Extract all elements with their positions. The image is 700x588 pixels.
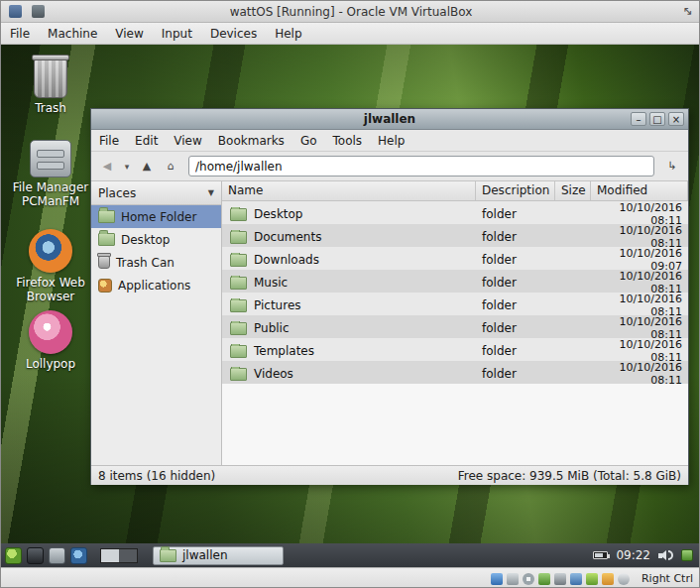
desktop-icon-lollypop[interactable]: Lollypop	[11, 310, 90, 372]
menu-help[interactable]: Help	[370, 130, 412, 152]
file-name: Music	[254, 276, 288, 290]
vm-usb-icon[interactable]	[554, 573, 566, 585]
vm-video-capture-icon[interactable]	[586, 573, 598, 585]
file-name: Templates	[254, 344, 314, 358]
table-row[interactable]: Public folder 10/10/2016 08:11	[222, 315, 688, 338]
file-description: folder	[476, 367, 555, 381]
vbox-window-icon	[32, 5, 45, 18]
close-button[interactable]: ×	[668, 112, 684, 126]
vm-network-icon[interactable]	[538, 573, 550, 585]
app-menu-icon[interactable]	[5, 547, 22, 564]
jump-to-icon[interactable]: ↳	[661, 156, 683, 177]
folder-icon	[230, 368, 247, 381]
menu-file[interactable]: File	[91, 130, 127, 152]
vm-shared-folders-icon[interactable]	[570, 573, 582, 585]
file-description: folder	[476, 298, 555, 312]
column-header-modified[interactable]: Modified	[591, 181, 688, 200]
vbox-menu-input[interactable]: Input	[153, 23, 201, 45]
clock[interactable]: 09:22	[616, 548, 650, 562]
table-row[interactable]: Downloads folder 10/10/2016 09:07	[222, 247, 688, 270]
battery-icon[interactable]	[593, 551, 608, 559]
file-manager-launcher-icon[interactable]	[49, 547, 65, 564]
vm-cd-icon[interactable]	[523, 573, 534, 585]
table-row[interactable]: Videos folder 10/10/2016 08:11	[222, 361, 688, 384]
minimize-button[interactable]: –	[631, 112, 646, 126]
table-row[interactable]: Templates folder 10/10/2016 08:11	[222, 338, 688, 361]
table-row[interactable]: Desktop folder 10/10/2016 08:11	[222, 201, 688, 224]
vbox-menu-devices[interactable]: Devices	[201, 23, 266, 45]
folder-icon	[230, 231, 247, 244]
places-combo-label: Places	[98, 186, 136, 200]
window-body: Places ▼ Home Folder Desktop Trash Can	[91, 181, 688, 465]
path-input[interactable]	[188, 156, 654, 176]
menu-tools[interactable]: Tools	[325, 130, 371, 152]
lollypop-icon	[29, 310, 72, 354]
maximize-button[interactable]: □	[649, 112, 665, 126]
window-toolbar: ◀ ▾ ▲ ⌂ ↳	[91, 152, 688, 181]
window-titlebar[interactable]: jlwallen – □ ×	[91, 109, 688, 130]
window-title: jlwallen	[364, 112, 415, 126]
column-header-size[interactable]: Size	[555, 181, 591, 200]
taskbar: jlwallen 09:22	[1, 543, 700, 567]
trash-icon	[34, 59, 67, 98]
folder-icon	[230, 277, 247, 290]
file-description: folder	[476, 276, 555, 290]
sidebar-item-label: Desktop	[121, 233, 171, 247]
desktop-icon-file-manager[interactable]: File Manager PCManFM	[11, 140, 90, 209]
vbox-app-icon	[9, 5, 22, 18]
menu-view[interactable]: View	[166, 130, 209, 152]
desktop-icon-firefox[interactable]: Firefox Web Browser	[11, 229, 90, 304]
column-header-name[interactable]: Name	[222, 181, 476, 200]
host-key-label: Right Ctrl	[642, 572, 693, 585]
folder-icon	[230, 299, 247, 312]
column-header-description[interactable]: Description	[476, 181, 555, 200]
vm-mouse-icon[interactable]	[618, 573, 630, 585]
desktop-icon-label: Lollypop	[26, 358, 75, 372]
vm-display-icon[interactable]	[491, 573, 503, 585]
desktop-icon-trash[interactable]: Trash	[11, 59, 90, 116]
list-header: Name Description Size Modified	[222, 181, 688, 201]
folder-icon	[160, 549, 176, 562]
vbox-menu-help[interactable]: Help	[266, 23, 310, 45]
back-icon[interactable]: ◀	[96, 156, 118, 177]
folder-icon	[230, 254, 247, 267]
vbox-title: wattOS [Running] - Oracle VM VirtualBox	[1, 5, 700, 19]
terminal-launcher-icon[interactable]	[27, 547, 44, 564]
desktop-icon-label: Trash	[35, 102, 66, 116]
home-icon[interactable]: ⌂	[160, 156, 181, 177]
sidebar-item-applications[interactable]: Applications	[91, 274, 221, 296]
sidebar-item-trash-can[interactable]: Trash Can	[91, 251, 221, 274]
workspace-pager[interactable]	[100, 548, 138, 563]
trash-can-icon	[98, 256, 110, 269]
file-name: Public	[254, 321, 290, 335]
table-row[interactable]: Music folder 10/10/2016 08:11	[222, 270, 688, 293]
table-row[interactable]: Pictures folder 10/10/2016 08:11	[222, 293, 688, 315]
sidebar-item-desktop[interactable]: Desktop	[91, 228, 221, 251]
file-modified: 10/10/2016 08:11	[591, 361, 688, 387]
desktop-icon-label: File Manager PCManFM	[11, 181, 90, 209]
file-description: folder	[476, 253, 555, 267]
network-icon[interactable]	[681, 549, 693, 561]
menu-go[interactable]: Go	[292, 130, 325, 152]
menu-bookmarks[interactable]: Bookmarks	[210, 130, 292, 152]
vbox-menu-view[interactable]: View	[106, 23, 152, 45]
sidebar-item-home-folder[interactable]: Home Folder	[91, 205, 221, 228]
home-folder-icon	[98, 210, 115, 223]
volume-icon[interactable]	[658, 548, 674, 562]
menu-edit[interactable]: Edit	[127, 130, 166, 152]
vm-pencil-icon[interactable]	[602, 573, 614, 585]
up-icon[interactable]: ▲	[136, 156, 158, 177]
history-chevron-icon[interactable]: ▾	[120, 156, 134, 177]
browser-launcher-icon[interactable]	[70, 547, 87, 564]
workspace-2[interactable]	[119, 549, 137, 562]
vm-hdd-icon[interactable]	[507, 573, 519, 585]
workspace-1[interactable]	[101, 549, 119, 562]
vbox-menu-file[interactable]: File	[1, 23, 39, 45]
places-combo[interactable]: Places ▼	[91, 181, 221, 205]
applications-icon	[98, 279, 112, 293]
taskbar-window-button[interactable]: jlwallen	[153, 546, 284, 565]
status-free-space: Free space: 939.5 MiB (Total: 5.8 GiB)	[458, 469, 681, 483]
table-row[interactable]: Documents folder 10/10/2016 08:11	[222, 224, 688, 247]
vbox-menu-machine[interactable]: Machine	[39, 23, 106, 45]
file-description: folder	[476, 344, 555, 358]
